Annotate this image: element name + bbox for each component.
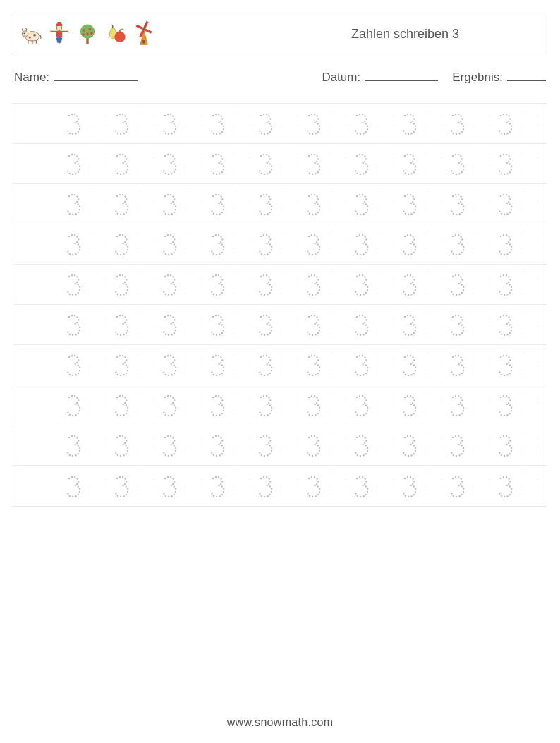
traced-blank-box[interactable] xyxy=(376,431,396,459)
traced-digit-3[interactable] xyxy=(496,391,516,419)
traced-blank-box[interactable] xyxy=(472,190,492,218)
traced-blank-box[interactable] xyxy=(376,472,396,500)
traced-blank-box[interactable] xyxy=(424,270,444,298)
traced-blank-box[interactable] xyxy=(88,431,108,459)
traced-blank-box[interactable] xyxy=(328,310,348,339)
traced-digit-3[interactable] xyxy=(304,230,324,258)
traced-blank-box[interactable] xyxy=(424,351,444,379)
traced-digit-3[interactable] xyxy=(352,230,372,258)
traced-blank-box[interactable] xyxy=(136,472,156,500)
traced-digit-3[interactable] xyxy=(256,391,276,419)
traced-blank-box[interactable] xyxy=(520,351,540,379)
traced-blank-box[interactable] xyxy=(328,109,348,138)
traced-blank-box[interactable] xyxy=(520,472,540,500)
traced-blank-box[interactable] xyxy=(184,150,204,178)
traced-blank-box[interactable] xyxy=(376,270,396,298)
traced-digit-3[interactable] xyxy=(112,150,132,178)
traced-digit-3[interactable] xyxy=(496,270,516,298)
traced-digit-3[interactable] xyxy=(160,230,180,258)
traced-digit-3[interactable] xyxy=(400,391,420,419)
traced-blank-box[interactable] xyxy=(472,109,492,138)
traced-digit-3[interactable] xyxy=(352,270,372,298)
traced-digit-3[interactable] xyxy=(160,270,180,298)
traced-blank-box[interactable] xyxy=(280,190,300,218)
traced-digit-3[interactable] xyxy=(352,150,372,178)
traced-blank-box[interactable] xyxy=(280,472,300,500)
traced-blank-box[interactable] xyxy=(280,270,300,298)
traced-blank-box[interactable] xyxy=(136,310,156,339)
traced-blank-box[interactable] xyxy=(424,431,444,459)
traced-blank-box[interactable] xyxy=(520,391,540,419)
traced-blank-box[interactable] xyxy=(328,472,348,500)
traced-digit-3[interactable] xyxy=(304,109,324,138)
traced-blank-box[interactable] xyxy=(280,431,300,459)
traced-digit-3[interactable] xyxy=(64,351,84,379)
traced-blank-box[interactable] xyxy=(280,351,300,379)
traced-blank-box[interactable] xyxy=(136,431,156,459)
traced-blank-box[interactable] xyxy=(472,431,492,459)
traced-blank-box[interactable] xyxy=(232,270,252,298)
traced-digit-3[interactable] xyxy=(208,310,228,339)
traced-digit-3[interactable] xyxy=(160,431,180,459)
traced-digit-3[interactable] xyxy=(256,230,276,258)
traced-digit-3[interactable] xyxy=(64,391,84,419)
traced-blank-box[interactable] xyxy=(520,109,540,138)
traced-blank-box[interactable] xyxy=(376,190,396,218)
traced-digit-3[interactable] xyxy=(112,472,132,500)
traced-digit-3[interactable] xyxy=(208,391,228,419)
traced-digit-3[interactable] xyxy=(208,109,228,138)
traced-blank-box[interactable] xyxy=(520,150,540,178)
traced-blank-box[interactable] xyxy=(232,391,252,419)
traced-blank-box[interactable] xyxy=(88,351,108,379)
traced-digit-3[interactable] xyxy=(496,310,516,339)
traced-blank-box[interactable] xyxy=(328,190,348,218)
traced-digit-3[interactable] xyxy=(352,391,372,419)
traced-digit-3[interactable] xyxy=(256,270,276,298)
traced-blank-box[interactable] xyxy=(136,150,156,178)
traced-digit-3[interactable] xyxy=(496,150,516,178)
traced-digit-3[interactable] xyxy=(448,310,468,339)
traced-digit-3[interactable] xyxy=(64,109,84,138)
traced-digit-3[interactable] xyxy=(448,230,468,258)
traced-digit-3[interactable] xyxy=(352,310,372,339)
traced-digit-3[interactable] xyxy=(64,150,84,178)
traced-blank-box[interactable] xyxy=(88,190,108,218)
traced-digit-3[interactable] xyxy=(64,431,84,459)
traced-digit-3[interactable] xyxy=(112,310,132,339)
traced-digit-3[interactable] xyxy=(496,230,516,258)
traced-digit-3[interactable] xyxy=(64,270,84,298)
traced-digit-3[interactable] xyxy=(496,472,516,500)
traced-digit-3[interactable] xyxy=(64,310,84,339)
traced-blank-box[interactable] xyxy=(136,230,156,258)
traced-digit-3[interactable] xyxy=(352,472,372,500)
traced-digit-3[interactable] xyxy=(256,310,276,339)
traced-digit-3[interactable] xyxy=(448,391,468,419)
traced-digit-3[interactable] xyxy=(208,431,228,459)
traced-digit-3[interactable] xyxy=(304,190,324,218)
traced-digit-3[interactable] xyxy=(448,150,468,178)
traced-digit-3[interactable] xyxy=(304,351,324,379)
traced-blank-box[interactable] xyxy=(424,109,444,138)
traced-blank-box[interactable] xyxy=(232,109,252,138)
traced-blank-box[interactable] xyxy=(184,109,204,138)
traced-blank-box[interactable] xyxy=(472,391,492,419)
traced-blank-box[interactable] xyxy=(88,310,108,339)
traced-blank-box[interactable] xyxy=(136,190,156,218)
traced-blank-box[interactable] xyxy=(376,351,396,379)
traced-digit-3[interactable] xyxy=(112,351,132,379)
traced-digit-3[interactable] xyxy=(64,190,84,218)
traced-digit-3[interactable] xyxy=(64,472,84,500)
traced-digit-3[interactable] xyxy=(160,351,180,379)
traced-digit-3[interactable] xyxy=(496,109,516,138)
traced-blank-box[interactable] xyxy=(184,431,204,459)
traced-blank-box[interactable] xyxy=(328,230,348,258)
traced-digit-3[interactable] xyxy=(496,190,516,218)
traced-blank-box[interactable] xyxy=(328,351,348,379)
traced-blank-box[interactable] xyxy=(328,391,348,419)
traced-blank-box[interactable] xyxy=(520,190,540,218)
traced-blank-box[interactable] xyxy=(184,310,204,339)
traced-blank-box[interactable] xyxy=(328,431,348,459)
traced-digit-3[interactable] xyxy=(256,472,276,500)
traced-blank-box[interactable] xyxy=(376,391,396,419)
traced-digit-3[interactable] xyxy=(112,270,132,298)
